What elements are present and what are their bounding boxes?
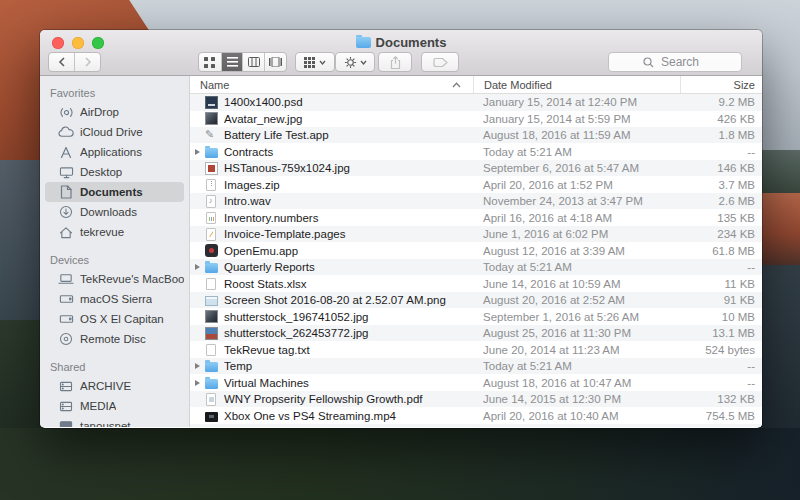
table-row[interactable]: ContractsToday at 5:21 AM-- [190, 144, 762, 161]
disclosure-triangle-icon[interactable] [190, 358, 205, 375]
table-row[interactable]: TekRevue tag.txtJune 20, 2014 at 11:23 A… [190, 342, 762, 359]
list-header: Name Date Modified Size [190, 76, 762, 94]
disclosure-spacer [190, 193, 205, 210]
file-icon-pdf [206, 393, 216, 406]
file-name: HSTanous-759x1024.jpg [224, 162, 473, 174]
file-date-modified: August 20, 2016 at 2:52 AM [473, 294, 680, 306]
sidebar-item-downloads[interactable]: Downloads [45, 202, 184, 222]
share-button[interactable] [378, 52, 412, 72]
table-row[interactable]: 1400x1400.psdJanuary 15, 2014 at 12:40 P… [190, 94, 762, 111]
disclosure-spacer [190, 408, 205, 425]
file-size: -- [680, 360, 762, 372]
sidebar-item-label: macOS Sierra [80, 293, 152, 305]
sidebar: FavoritesAirDropiCloud DriveApplications… [40, 76, 190, 427]
sidebar-item-remote-disc[interactable]: Remote Disc [45, 329, 184, 349]
file-size: 754.5 MB [680, 410, 762, 422]
sidebar-item-os-x-el-capitan[interactable]: OS X El Capitan [45, 309, 184, 329]
tag-button[interactable] [421, 52, 459, 72]
table-row[interactable]: WNY Propserity Fellowship Growth.pdfJune… [190, 391, 762, 408]
file-date-modified: April 20, 2016 at 10:40 AM [473, 410, 680, 422]
table-row[interactable]: Quarterly ReportsToday at 5:21 AM-- [190, 259, 762, 276]
file-name: Avatar_new.jpg [224, 113, 473, 125]
action-gear-button[interactable] [335, 52, 375, 72]
wallpaper-forest [0, 428, 800, 500]
table-row[interactable]: HSTanous-759x1024.jpgSeptember 6, 2016 a… [190, 160, 762, 177]
sidebar-item-tanousnet[interactable]: tanousnet [45, 416, 184, 427]
sidebar-item-media[interactable]: MEDIA [45, 396, 184, 416]
sidebar-item-documents[interactable]: Documents [45, 182, 184, 202]
sidebar-item-label: Applications [80, 146, 142, 158]
sidebar-section-title: Favorites [40, 84, 189, 102]
title-bar[interactable]: Documents [40, 30, 762, 76]
column-header-date-modified[interactable]: Date Modified [473, 76, 680, 93]
sidebar-item-macos-sierra[interactable]: macOS Sierra [45, 289, 184, 309]
file-size: 91 KB [680, 294, 762, 306]
airdrop-icon [58, 104, 74, 120]
table-row[interactable]: Battery Life Test.appAugust 18, 2016 at … [190, 127, 762, 144]
table-row[interactable]: TempToday at 5:21 AM-- [190, 358, 762, 375]
file-name: Battery Life Test.app [224, 129, 473, 141]
file-date-modified: June 14, 2016 at 10:59 AM [473, 278, 680, 290]
arrange-button[interactable] [295, 52, 335, 72]
disclosure-spacer [190, 226, 205, 243]
file-date-modified: August 12, 2016 at 3:39 AM [473, 245, 680, 257]
table-row[interactable]: shutterstock_262453772.jpgAugust 25, 201… [190, 325, 762, 342]
table-row[interactable]: shutterstock_196741052.jpgSeptember 1, 2… [190, 309, 762, 326]
disclosure-spacer [190, 342, 205, 359]
folder-icon [356, 37, 371, 48]
view-mode-switcher [198, 52, 287, 72]
sidebar-section-favorites: FavoritesAirDropiCloud DriveApplications… [40, 84, 189, 242]
icon-view-button[interactable] [199, 53, 221, 71]
file-icon-folder [205, 379, 218, 389]
sidebar-item-icloud-drive[interactable]: iCloud Drive [45, 122, 184, 142]
list-view-button[interactable] [221, 53, 243, 71]
disclosure-spacer [190, 111, 205, 128]
server-icon [58, 398, 74, 414]
file-size: 13.1 MB [680, 327, 762, 339]
forward-button[interactable] [74, 53, 100, 71]
file-size: 3.7 MB [680, 179, 762, 191]
disclosure-triangle-icon[interactable] [190, 375, 205, 392]
file-size: 2.6 MB [680, 195, 762, 207]
coverflow-view-button[interactable] [264, 53, 286, 71]
table-row[interactable]: Invoice-Template.pagesJune 1, 2016 at 6:… [190, 226, 762, 243]
file-icon-numbers [206, 212, 216, 225]
disclosure-spacer [190, 309, 205, 326]
search-input[interactable] [609, 53, 741, 71]
sidebar-item-label: tanousnet [80, 420, 131, 427]
sidebar-item-tekrevue-s-macbook-pro[interactable]: TekRevue's MacBook Pro [45, 269, 184, 289]
sidebar-item-applications[interactable]: Applications [45, 142, 184, 162]
file-name: Roost Stats.xlsx [224, 278, 473, 290]
table-row[interactable]: Images.zipApril 20, 2016 at 1:52 PM3.7 M… [190, 177, 762, 194]
table-row[interactable]: Virtual MachinesAugust 18, 2016 at 10:47… [190, 375, 762, 392]
back-button[interactable] [49, 53, 74, 71]
disclosure-triangle-icon[interactable] [190, 144, 205, 161]
sidebar-item-tekrevue[interactable]: tekrevue [45, 222, 184, 242]
column-header-name[interactable]: Name [190, 76, 473, 93]
table-row[interactable]: Screen Shot 2016-08-20 at 2.52.07 AM.png… [190, 292, 762, 309]
file-size: 9.2 MB [680, 96, 762, 108]
file-icon-wav [206, 195, 216, 208]
table-row[interactable]: Avatar_new.jpgJanuary 15, 2014 at 5:59 P… [190, 111, 762, 128]
disclosure-spacer [190, 160, 205, 177]
sidebar-item-airdrop[interactable]: AirDrop [45, 102, 184, 122]
disclosure-triangle-icon[interactable] [190, 259, 205, 276]
file-name: shutterstock_196741052.jpg [224, 311, 473, 323]
file-name: shutterstock_262453772.jpg [224, 327, 473, 339]
table-row[interactable]: Roost Stats.xlsxJune 14, 2016 at 10:59 A… [190, 276, 762, 293]
sidebar-item-archive[interactable]: ARCHIVE [45, 376, 184, 396]
column-view-button[interactable] [242, 53, 264, 71]
table-row[interactable]: OpenEmu.appAugust 12, 2016 at 3:39 AM61.… [190, 243, 762, 260]
table-row[interactable]: Xbox One vs PS4 Streaming.mp4April 20, 2… [190, 408, 762, 425]
drive-icon [58, 291, 74, 307]
sidebar-item-label: Desktop [80, 166, 122, 178]
file-name: TekRevue tag.txt [224, 344, 473, 356]
file-date-modified: September 6, 2016 at 5:47 AM [473, 162, 680, 174]
sidebar-item-desktop[interactable]: Desktop [45, 162, 184, 182]
column-header-size[interactable]: Size [680, 76, 762, 93]
table-row[interactable]: Intro.wavNovember 24, 2013 at 3:47 PM2.6… [190, 193, 762, 210]
sidebar-item-label: tekrevue [80, 226, 124, 238]
file-icon-jpg-red [205, 162, 218, 175]
file-icon-psd [205, 96, 218, 109]
table-row[interactable]: Inventory.numbersApril 16, 2016 at 4:18 … [190, 210, 762, 227]
